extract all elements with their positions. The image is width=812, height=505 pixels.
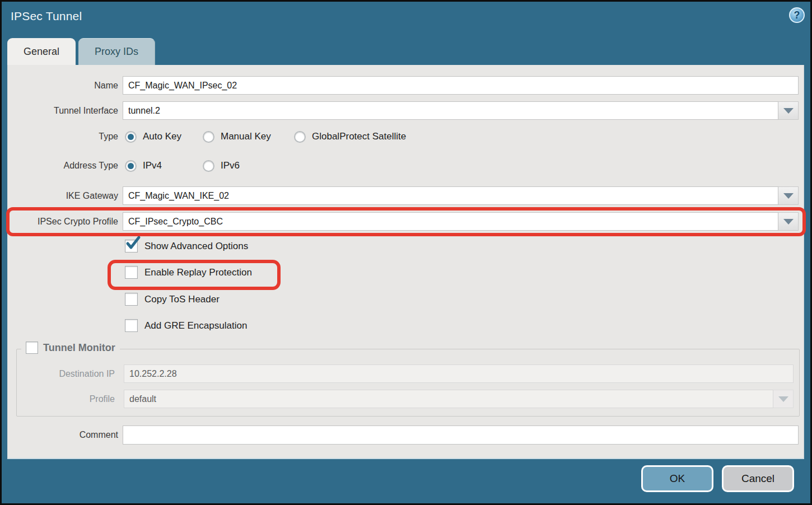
ike-gateway-dropdown-button[interactable]	[778, 186, 799, 205]
auto-key-radio[interactable]	[125, 131, 137, 143]
radio-option-ipv6: IPv6	[203, 160, 240, 172]
tab-general[interactable]: General	[7, 38, 76, 66]
manual-key-radio-label: Manual Key	[221, 131, 271, 142]
type-row: Type Auto Key Manual Key GlobalProtect S…	[8, 129, 799, 144]
ipv6-radio-label: IPv6	[221, 160, 240, 171]
comment-row: Comment	[8, 425, 799, 445]
ike-gateway-row: IKE Gateway	[8, 186, 799, 205]
globalprotect-satellite-radio-label: GlobalProtect Satellite	[312, 131, 406, 142]
copy-tos-header-row: Copy ToS Header	[125, 293, 220, 306]
chevron-down-icon	[783, 193, 794, 199]
add-gre-encapsulation-label: Add GRE Encapsulation	[144, 320, 247, 331]
ipv4-radio-label: IPv4	[143, 160, 162, 171]
ike-gateway-label: IKE Gateway	[8, 191, 118, 201]
cancel-button[interactable]: Cancel	[722, 465, 794, 492]
name-input[interactable]	[123, 76, 799, 95]
ipsec-tunnel-dialog: IPSec Tunnel ? General Proxy IDs Name Tu…	[2, 2, 810, 503]
enable-replay-protection-label: Enable Replay Protection	[144, 267, 252, 278]
ipsec-crypto-profile-dropdown-button[interactable]	[778, 212, 799, 231]
radio-option-auto-key: Auto Key	[125, 131, 203, 143]
name-row: Name	[8, 76, 799, 95]
name-label: Name	[8, 81, 118, 91]
enable-replay-protection-row: Enable Replay Protection	[125, 266, 252, 279]
checkmark-icon	[126, 236, 141, 251]
profile-dropdown-button	[773, 390, 794, 408]
copy-tos-header-label: Copy ToS Header	[144, 294, 220, 305]
enable-replay-protection-checkbox[interactable]	[125, 266, 138, 279]
chevron-down-icon	[783, 108, 794, 114]
chevron-down-icon	[783, 219, 794, 225]
tunnel-interface-label: Tunnel Interface	[8, 106, 118, 116]
tunnel-monitor-legend: Tunnel Monitor	[21, 342, 120, 354]
ipv6-radio[interactable]	[203, 160, 214, 172]
show-advanced-options-checkbox[interactable]	[125, 240, 138, 252]
dialog-title: IPSec Tunnel	[11, 10, 82, 23]
copy-tos-header-checkbox[interactable]	[125, 293, 138, 306]
radio-option-manual-key: Manual Key	[203, 131, 294, 143]
address-type-label: Address Type	[8, 161, 118, 171]
destination-ip-row: Destination IP	[8, 364, 794, 383]
globalprotect-satellite-radio[interactable]	[294, 131, 306, 143]
ipsec-crypto-profile-row: IPSec Crypto Profile	[8, 212, 799, 231]
manual-key-radio[interactable]	[203, 131, 214, 143]
show-advanced-options-label: Show Advanced Options	[144, 241, 248, 252]
address-type-row: Address Type IPv4 IPv6	[8, 158, 799, 174]
ipsec-crypto-profile-input[interactable]	[123, 212, 778, 231]
type-label: Type	[8, 132, 118, 142]
tunnel-monitor-checkbox[interactable]	[26, 342, 38, 354]
general-tab-panel: Name Tunnel Interface Type Auto Key	[7, 65, 804, 459]
show-advanced-options-row: Show Advanced Options	[125, 240, 248, 252]
comment-input[interactable]	[123, 425, 799, 445]
comment-label: Comment	[8, 430, 118, 440]
tunnel-interface-input[interactable]	[123, 101, 778, 120]
profile-label: Profile	[8, 394, 115, 404]
add-gre-encapsulation-checkbox[interactable]	[125, 319, 138, 332]
help-icon[interactable]: ?	[789, 7, 805, 23]
destination-ip-label: Destination IP	[8, 369, 115, 379]
ok-button[interactable]: OK	[641, 465, 713, 492]
chevron-down-icon	[778, 396, 788, 402]
tunnel-monitor-label: Tunnel Monitor	[43, 342, 115, 354]
radio-option-ipv4: IPv4	[125, 160, 203, 172]
profile-row: Profile	[8, 390, 794, 408]
ike-gateway-input[interactable]	[123, 186, 778, 205]
add-gre-encapsulation-row: Add GRE Encapsulation	[125, 319, 247, 332]
auto-key-radio-label: Auto Key	[143, 131, 181, 142]
tab-bar: General Proxy IDs	[7, 38, 155, 66]
ipsec-crypto-profile-label: IPSec Crypto Profile	[8, 217, 118, 227]
tunnel-interface-dropdown-button[interactable]	[778, 101, 799, 120]
radio-option-globalprotect-satellite: GlobalProtect Satellite	[294, 131, 406, 143]
tab-proxy-ids[interactable]: Proxy IDs	[78, 38, 155, 65]
ipv4-radio[interactable]	[125, 160, 137, 172]
tunnel-interface-row: Tunnel Interface	[8, 101, 799, 120]
profile-input	[124, 390, 773, 408]
destination-ip-input	[124, 364, 794, 383]
